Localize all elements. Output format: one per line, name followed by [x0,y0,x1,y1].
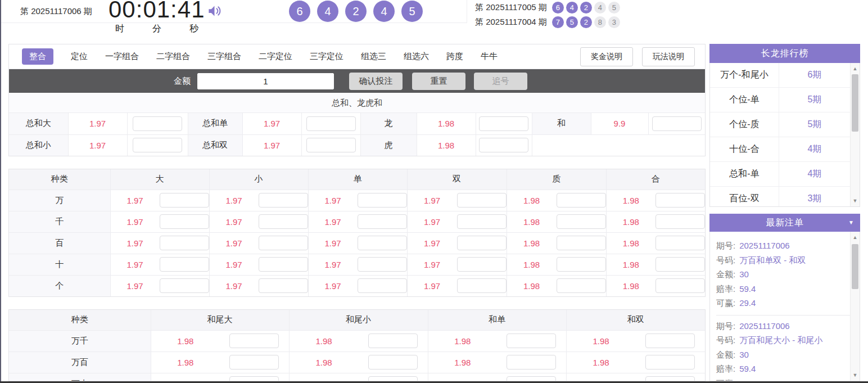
bet-amount-input[interactable] [368,376,418,381]
bet-amount-input[interactable] [652,116,702,131]
bet-amount-input[interactable] [160,214,209,229]
tab-dingwei[interactable]: 定位 [71,51,88,62]
bet-amount-input[interactable] [557,236,606,250]
odds-value: 1.97 [210,196,259,205]
orders-panel-body: 期号:20251117006 号码:万百和单双 - 和双 金额:30 赔率:59… [709,232,860,381]
bet-amount-input[interactable] [160,193,209,208]
bet-amount-input[interactable] [645,334,695,348]
bet-amount-input[interactable] [655,257,705,272]
order-odds-label: 赔率: [716,364,735,373]
bet-amount-input[interactable] [457,214,507,229]
dragon-row: 个位-单 5期 [710,88,860,112]
bet-amount-input[interactable] [507,376,556,381]
row-label: 十 [9,254,110,275]
bet-amount-input[interactable] [358,236,407,250]
bet-amount-input[interactable] [259,257,308,272]
bet-amount-input[interactable] [160,236,209,250]
tail-odds-panel: 种类 和尾大 和尾小 和单 和双 万千 1.98 1.98 1.98 1.98 … [8,309,706,381]
bet-amount-input[interactable] [160,257,209,272]
tab-zuxuan3[interactable]: 组选三 [361,51,386,62]
tab-zuxuan6[interactable]: 组选六 [404,51,429,62]
tail-odds-table: 种类 和尾大 和尾小 和单 和双 万千 1.98 1.98 1.98 1.98 … [9,310,705,381]
bet-amount-input[interactable] [655,278,705,293]
order-odds-label: 赔率: [716,284,735,294]
odds-value: 1.98 [507,238,557,248]
tab-yizi-zuhe[interactable]: 一字组合 [105,51,139,62]
bet-amount-input[interactable] [306,138,356,152]
bet-amount-input[interactable] [457,236,507,250]
dragon-row: 万个-和尾小 6期 [710,63,860,88]
odds-cell: 1.97 [110,254,209,275]
bet-amount-input[interactable] [160,278,209,293]
reset-button[interactable]: 重置 [412,73,465,90]
odds-cell: 1.98 [289,352,428,373]
bet-amount-input[interactable] [259,236,308,250]
scroll-down-icon[interactable]: ▼ [851,371,860,380]
scroll-thumb[interactable] [852,74,858,132]
scroll-thumb[interactable] [852,244,858,289]
bet-amount-input[interactable] [358,193,407,208]
bet-amount-input[interactable] [457,193,507,208]
scroll-down-icon[interactable]: ▼ [851,196,860,205]
scroll-up-icon[interactable]: ▲ [851,233,860,242]
bet-option-label: 和 [532,113,591,134]
tab-kuadu[interactable]: 跨度 [446,51,463,62]
bet-amount-input[interactable] [507,355,556,370]
bet-amount-input[interactable] [259,278,308,293]
bet-amount-input[interactable] [457,278,507,293]
bet-amount-input[interactable] [133,116,182,131]
tab-zhenghe[interactable]: 整合 [22,48,53,65]
speaker-icon[interactable] [207,3,222,21]
unit-second: 秒 [189,23,198,35]
odds-cell: 1.97 [308,232,407,254]
bet-amount-input[interactable] [655,236,705,250]
bet-amount-input[interactable] [358,257,407,272]
bet-amount-input[interactable] [259,193,308,208]
prize-info-button[interactable]: 奖金说明 [580,47,633,66]
bet-amount-input[interactable] [557,257,606,272]
bet-amount-input[interactable] [358,214,407,229]
tab-list: 整合 定位 一字组合 二字组合 三字组合 二字定位 三字定位 组选三 组选六 跨… [22,48,498,65]
bet-amount-input[interactable] [557,214,606,229]
bet-amount-input[interactable] [479,116,528,131]
scroll-up-icon[interactable]: ▲ [851,64,860,73]
bet-amount-input[interactable] [655,193,705,208]
odds-cell: 1.98 [428,352,566,373]
bet-amount-input[interactable] [557,193,606,208]
tab-erzi-dingwei[interactable]: 二字定位 [259,51,292,62]
bet-amount-input[interactable] [507,334,556,348]
bet-amount-input[interactable] [655,214,705,229]
row-label: 个 [9,275,110,296]
bet-amount-input[interactable] [358,278,407,293]
odds-cell: 1.97 [209,232,308,254]
confirm-bet-button[interactable]: 确认投注 [349,73,403,90]
bet-amount-input[interactable] [368,334,418,348]
bet-amount-input[interactable] [645,355,695,370]
bet-amount-input[interactable] [645,376,695,381]
orders-scrollbar[interactable]: ▲ ▼ [850,232,860,381]
dragon-scrollbar[interactable]: ▲ ▼ [850,63,860,206]
column-header: 质 [507,169,606,190]
bet-amount-input[interactable] [457,257,507,272]
bet-amount-input[interactable] [479,138,528,152]
chevron-down-icon[interactable]: ▼ [848,214,855,232]
bet-amount-input[interactable] [133,138,182,152]
bet-amount-input[interactable] [259,214,308,229]
tab-sanzi-dingwei[interactable]: 三字定位 [310,51,343,62]
bet-amount-input[interactable] [306,116,356,131]
odds-cell: 1.98 [507,254,606,275]
tab-erzi-zuhe[interactable]: 二字组合 [156,51,190,62]
bet-amount-input[interactable] [229,334,279,348]
play-info-button[interactable]: 玩法说明 [642,47,695,66]
order-odds-value: 59.4 [739,364,756,373]
chase-number-button[interactable]: 追号 [474,73,527,90]
odds-cell: 1.98 [151,373,289,381]
bet-amount-input[interactable] [557,278,606,293]
bet-amount-input[interactable] [229,376,279,381]
amount-input[interactable] [197,73,334,89]
tab-niuniu[interactable]: 牛牛 [481,51,498,62]
row-label: 万百 [9,352,151,373]
bet-amount-input[interactable] [368,355,418,370]
bet-amount-input[interactable] [229,355,279,370]
tab-sanzi-zuhe[interactable]: 三字组合 [207,51,241,62]
